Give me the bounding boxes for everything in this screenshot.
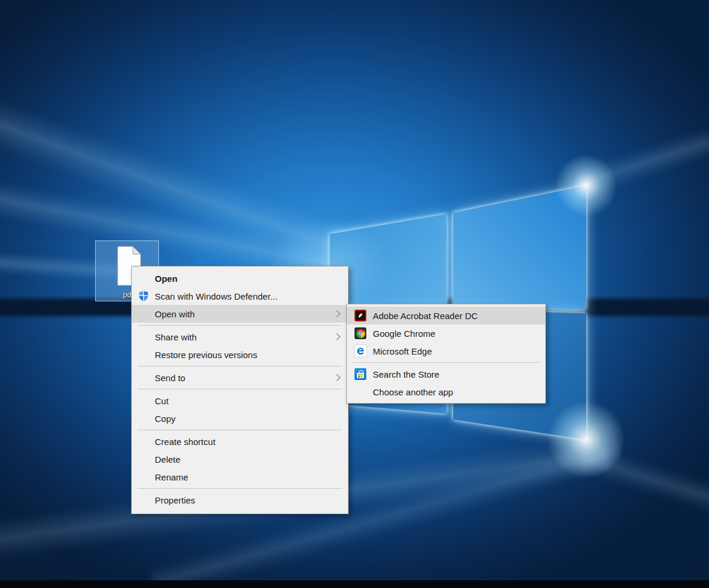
menu-item-adobe-acrobat-reader-dc[interactable]: Adobe Acrobat Reader DC <box>347 307 545 324</box>
menu-item-label: Delete <box>155 454 180 464</box>
menu-item-label: Scan with Windows Defender... <box>155 291 278 301</box>
menu-item-open[interactable]: Open <box>132 269 348 287</box>
menu-separator <box>138 325 342 326</box>
menu-separator <box>138 430 342 430</box>
menu-separator <box>138 366 342 366</box>
menu-item-label: Open with <box>155 309 195 319</box>
menu-item-copy[interactable]: Copy <box>132 410 348 427</box>
menu-item-microsoft-edge[interactable]: Microsoft Edge <box>347 342 545 360</box>
menu-separator <box>353 362 539 363</box>
menu-item-scan-with-windows-defender[interactable]: Scan with Windows Defender... <box>132 287 348 305</box>
menu-item-label: Adobe Acrobat Reader DC <box>373 311 478 321</box>
menu-item-restore-previous-versions[interactable]: Restore previous versions <box>132 346 348 363</box>
menu-item-search-the-store[interactable]: Search the Store <box>347 365 545 383</box>
chevron-right-icon <box>336 310 341 318</box>
wallpaper-bottom-strip <box>0 580 709 588</box>
windows-store-icon <box>354 368 367 381</box>
menu-item-label: Google Chrome <box>373 329 435 339</box>
menu-separator <box>138 488 342 489</box>
microsoft-edge-icon <box>354 345 367 358</box>
context-menu: OpenScan with Windows Defender...Open wi… <box>131 266 349 514</box>
menu-separator <box>138 389 342 389</box>
chevron-right-icon <box>336 333 341 341</box>
menu-item-open-with[interactable]: Open with <box>132 305 348 323</box>
menu-item-label: Microsoft Edge <box>373 346 432 356</box>
menu-item-label: Open <box>155 274 177 284</box>
menu-item-label: Properties <box>155 495 195 505</box>
menu-item-label: Create shortcut <box>155 437 216 447</box>
desktop[interactable]: pd OpenScan with Windows Defender...Open… <box>0 0 709 588</box>
menu-item-choose-another-app[interactable]: Choose another app <box>347 383 545 401</box>
menu-item-send-to[interactable]: Send to <box>132 369 348 386</box>
open-with-submenu: Adobe Acrobat Reader DCGoogle ChromeMicr… <box>346 304 546 404</box>
menu-item-label: Rename <box>155 472 188 482</box>
menu-item-label: Send to <box>155 373 186 383</box>
menu-item-label: Copy <box>155 414 175 424</box>
menu-item-cut[interactable]: Cut <box>132 392 348 410</box>
menu-item-label: Search the Store <box>373 369 440 379</box>
menu-item-delete[interactable]: Delete <box>132 450 348 468</box>
windows-defender-icon <box>137 290 150 303</box>
chevron-right-icon <box>336 373 341 382</box>
menu-item-properties[interactable]: Properties <box>132 491 348 509</box>
menu-item-share-with[interactable]: Share with <box>132 328 348 346</box>
menu-item-label: Restore previous versions <box>155 350 257 360</box>
menu-item-create-shortcut[interactable]: Create shortcut <box>132 433 348 450</box>
menu-item-label: Share with <box>155 332 197 342</box>
menu-item-label: Choose another app <box>373 387 453 397</box>
menu-item-google-chrome[interactable]: Google Chrome <box>347 324 545 342</box>
adobe-reader-icon <box>354 309 367 322</box>
menu-item-label: Cut <box>155 396 168 406</box>
menu-item-rename[interactable]: Rename <box>132 468 348 486</box>
google-chrome-icon <box>354 327 367 340</box>
